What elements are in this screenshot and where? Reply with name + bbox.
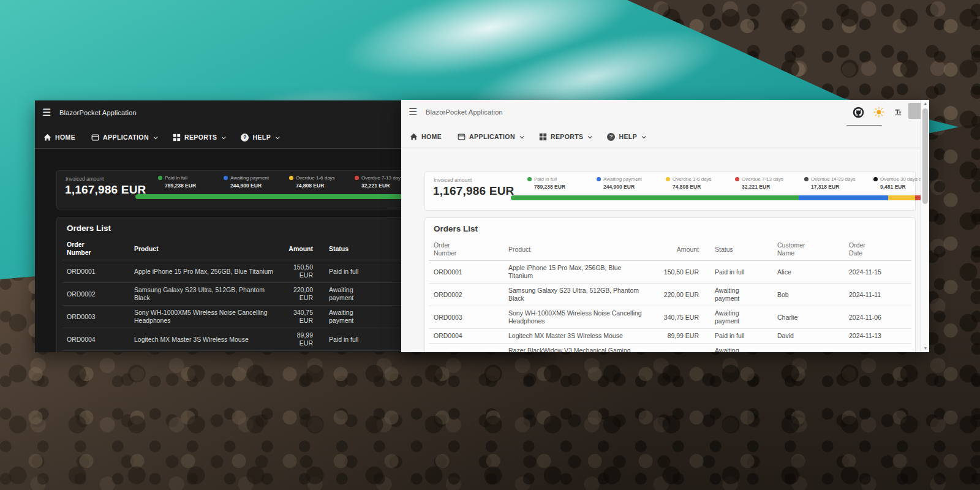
order-row[interactable]: ORD0001 Apple iPhone 15 Pro Max, 256GB, … <box>429 261 911 284</box>
col-product: Product <box>129 238 281 260</box>
order-number-cell: ORD0002 <box>62 283 129 306</box>
nav-item-help[interactable]: ? HELP <box>607 133 645 141</box>
legend-dot <box>804 177 809 181</box>
legend-dot <box>224 176 228 180</box>
home-icon <box>43 134 51 141</box>
menu-hamburger-icon[interactable]: ☰ <box>42 107 51 119</box>
customer-cell: Bob <box>772 284 844 306</box>
legend-dot <box>666 177 670 181</box>
scroll-down-icon[interactable]: ▼ <box>921 345 929 352</box>
product-cell: Razer BlackWidow V3 Mechanical Gaming Ke… <box>129 351 281 353</box>
amount-cell: 340,75 EUR <box>281 306 318 328</box>
orders-list-title: Orders List <box>434 224 911 233</box>
app-title: BlazorPocket Application <box>59 109 137 116</box>
col-order-number: Order Number <box>429 238 503 261</box>
appbar: ☰ BlazorPocket Application <box>401 100 929 126</box>
order-row[interactable]: ORD0003 Sony WH-1000XM5 Wireless Noise C… <box>429 306 911 329</box>
nav-bar: HOME APPLICATION REPORTS ? HELP <box>401 126 929 148</box>
product-cell: Logitech MX Master 3S Wireless Mouse <box>503 329 647 344</box>
chevron-down-icon <box>154 135 158 139</box>
nav-item-help[interactable]: ? HELP <box>241 134 279 141</box>
product-cell: Apple iPhone 15 Pro Max, 256GB, Blue Tit… <box>503 261 647 284</box>
nav-item-home[interactable]: HOME <box>410 133 442 141</box>
nav-item-application[interactable]: APPLICATION <box>91 134 157 141</box>
amount-cell: 220,00 EUR <box>281 283 318 306</box>
github-icon[interactable] <box>851 105 865 119</box>
legend-item: Awaiting payment 244,900 EUR <box>224 175 289 189</box>
application-icon <box>91 134 99 141</box>
product-cell: Sony WH-1000XM5 Wireless Noise Cancellin… <box>129 306 281 328</box>
status-cell: Paid in full <box>318 260 399 283</box>
chevron-down-icon <box>520 134 524 138</box>
col-status: Status <box>318 238 399 260</box>
status-cell: Awaiting payment <box>318 306 399 328</box>
invoiced-amount-card: Invoiced amount 1,167,986 EUR Paid in fu… <box>424 172 916 211</box>
text-format-icon[interactable] <box>891 105 905 119</box>
amount-cell: 150,50 EUR <box>281 260 318 283</box>
legend-dot <box>355 176 359 180</box>
nav-item-reports[interactable]: REPORTS <box>173 134 225 141</box>
app-title: BlazorPocket Application <box>426 108 503 116</box>
chevron-down-icon <box>642 134 646 138</box>
order-row[interactable]: ORD0005 Razer BlackWidow V3 Mechanical G… <box>429 344 911 353</box>
customer-cell: Charlie <box>772 306 844 329</box>
status-cell: Awaiting payment <box>704 344 772 353</box>
legend-item: Overdue 1-6 days 74,808 EUR <box>289 175 355 189</box>
bar-segment <box>799 195 888 200</box>
col-order-date: Order Date <box>844 238 911 261</box>
order-row[interactable]: ORD0004 Logitech MX Master 3S Wireless M… <box>429 329 911 344</box>
order-date-cell: 2024-11-13 <box>844 329 911 344</box>
nav-item-application[interactable]: APPLICATION <box>458 133 523 141</box>
order-number-cell: ORD0002 <box>429 284 503 306</box>
status-cell: Awaiting payment <box>318 351 399 353</box>
help-icon: ? <box>607 133 615 141</box>
amount-cell: 220,00 EUR <box>647 284 704 306</box>
menu-hamburger-icon[interactable]: ☰ <box>409 106 417 118</box>
order-number-cell: ORD0005 <box>62 351 129 353</box>
light-mode-sun-icon[interactable] <box>872 105 886 119</box>
bar-segment <box>135 194 410 199</box>
legend-item: Paid in full 789,238 EUR <box>158 175 224 189</box>
order-number-cell: ORD0001 <box>62 260 129 283</box>
bar-segment <box>888 195 915 200</box>
orders-table: Order Number Product Amount Status Custo… <box>429 238 911 352</box>
nav-divider <box>401 148 929 148</box>
legend-item: Overdue 14-29 days 17,318 EUR <box>804 176 873 190</box>
col-product: Product <box>503 238 647 261</box>
amount-cell: 89,99 EUR <box>281 328 318 351</box>
help-icon: ? <box>241 134 249 141</box>
order-row[interactable]: ORD0002 Samsung Galaxy S23 Ultra, 512GB,… <box>429 284 911 306</box>
scroll-up-icon[interactable]: ▲ <box>921 100 929 107</box>
status-cell: Awaiting payment <box>704 284 772 306</box>
order-number-cell: ORD0005 <box>429 344 503 353</box>
col-order-number: Order Number <box>62 238 129 260</box>
order-number-cell: ORD0004 <box>62 328 129 351</box>
invoice-stacked-bar <box>511 195 929 200</box>
invoiced-amount-label: Invoiced amount <box>434 177 472 183</box>
scrollbar-thumb[interactable] <box>922 108 928 204</box>
customer-cell: Alice <box>772 261 844 284</box>
bar-segment <box>511 195 799 200</box>
nav-item-home[interactable]: HOME <box>43 134 75 141</box>
status-cell: Paid in full <box>318 328 399 351</box>
orders-header-row: Order Number Product Amount Status Custo… <box>429 238 911 261</box>
amount-cell: 89,99 EUR <box>647 329 704 344</box>
col-status: Status <box>704 238 772 261</box>
nav-item-reports[interactable]: REPORTS <box>539 133 592 141</box>
legend-dot <box>527 177 532 181</box>
chevron-down-icon <box>276 135 280 139</box>
legend-dot <box>873 177 878 181</box>
product-cell: Samsung Galaxy S23 Ultra, 512GB, Phantom… <box>503 284 647 306</box>
scrollbar[interactable]: ▲ ▼ <box>921 100 929 352</box>
col-amount: Amount <box>281 238 318 260</box>
invoiced-amount-label: Invoiced amount <box>66 176 104 182</box>
order-date-cell: 2024-11-11 <box>844 284 911 306</box>
legend-dot <box>158 176 162 180</box>
legend-item: Overdue 7-13 days 32,221 EUR <box>735 176 804 190</box>
status-cell: Paid in full <box>704 261 772 284</box>
order-number-cell: ORD0001 <box>429 261 503 284</box>
order-number-cell: ORD0003 <box>62 306 129 328</box>
order-number-cell: ORD0003 <box>429 306 503 329</box>
chevron-down-icon <box>222 135 226 139</box>
product-cell: Samsung Galaxy S23 Ultra, 512GB, Phantom… <box>129 283 281 306</box>
